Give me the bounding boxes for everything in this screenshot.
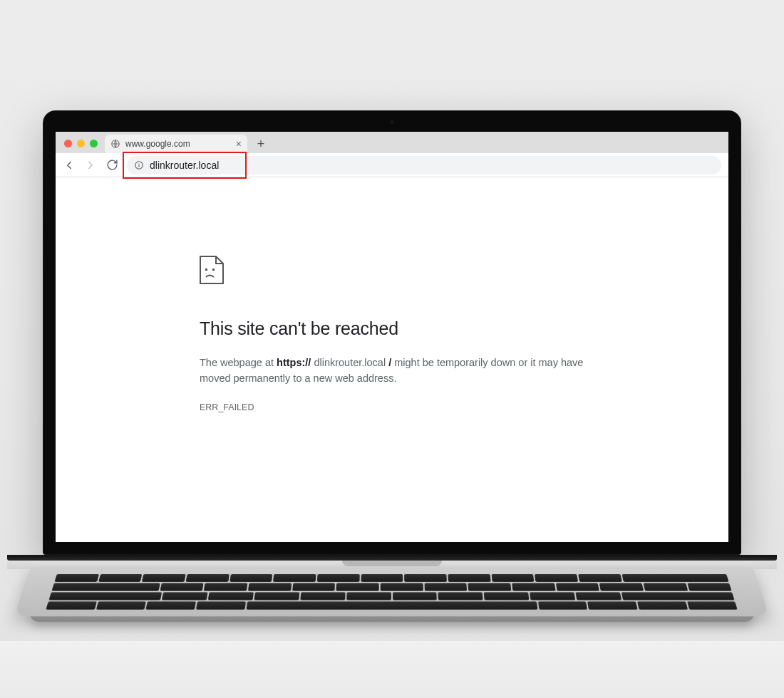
error-block: This site can't be reached The webpage a… [200, 256, 584, 542]
browser-toolbar: dlinkrouter.local [56, 153, 728, 177]
minimize-window-button[interactable] [77, 140, 85, 147]
error-desc-scheme: https:// [277, 357, 311, 368]
error-desc-host: dlinkrouter.local [314, 357, 386, 368]
new-tab-button[interactable]: + [252, 135, 270, 153]
svg-rect-5 [212, 269, 215, 271]
camera-dot [390, 120, 394, 124]
error-code: ERR_FAILED [200, 402, 584, 412]
address-url: dlinkrouter.local [150, 160, 219, 171]
close-window-button[interactable] [64, 140, 72, 147]
back-button[interactable] [63, 159, 76, 172]
close-tab-button[interactable]: × [236, 139, 242, 149]
sad-page-icon [200, 256, 224, 284]
error-desc-prefix: The webpage at [200, 357, 277, 368]
laptop-notch [342, 561, 442, 566]
maximize-window-button[interactable] [90, 140, 98, 147]
error-desc-slash: / [386, 357, 394, 368]
window-controls [64, 140, 98, 147]
address-bar[interactable]: dlinkrouter.local [127, 156, 721, 174]
laptop-base-top [7, 561, 777, 569]
forward-button[interactable] [84, 159, 97, 172]
laptop-keyboard [14, 569, 770, 616]
svg-rect-4 [205, 269, 207, 271]
browser-window: www.google.com × + [56, 132, 728, 542]
laptop-hinge [7, 555, 777, 561]
laptop: www.google.com × + [43, 110, 741, 555]
reload-button[interactable] [105, 159, 118, 172]
svg-point-3 [139, 162, 140, 163]
error-description: The webpage at https:// dlinkrouter.loca… [200, 355, 584, 387]
globe-icon [110, 139, 120, 149]
page-content: This site can't be reached The webpage a… [56, 177, 728, 542]
tab-strip: www.google.com × + [56, 132, 728, 153]
error-heading: This site can't be reached [200, 318, 584, 339]
site-info-icon[interactable] [134, 160, 144, 170]
laptop-screen-frame: www.google.com × + [43, 110, 741, 555]
laptop-base [7, 555, 777, 635]
browser-tab[interactable]: www.google.com × [105, 135, 247, 153]
tab-title: www.google.com [125, 139, 231, 149]
desk-surface [0, 641, 784, 698]
